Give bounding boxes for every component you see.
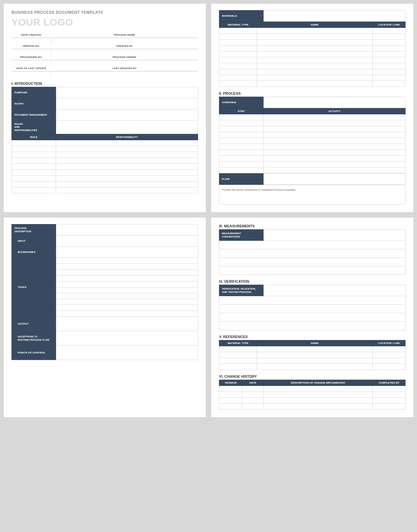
table-cell[interactable] — [373, 346, 406, 352]
cell-measurement[interactable] — [264, 230, 406, 241]
meta-value-cell[interactable] — [51, 60, 198, 66]
table-cell[interactable] — [373, 81, 406, 87]
cell-boundaries[interactable] — [56, 247, 198, 258]
table-cell[interactable] — [373, 352, 406, 358]
table-cell[interactable] — [257, 81, 373, 87]
table-cell[interactable] — [264, 114, 406, 120]
table-cell[interactable] — [264, 138, 406, 144]
table-cell[interactable] — [12, 164, 56, 170]
table-cell[interactable] — [242, 404, 264, 409]
table-cell[interactable] — [219, 126, 264, 132]
table-cell[interactable] — [219, 258, 406, 266]
table-cell[interactable] — [373, 364, 406, 370]
table-cell[interactable] — [373, 69, 406, 75]
table-cell[interactable] — [219, 364, 257, 370]
table-cell[interactable] — [257, 346, 373, 352]
table-cell[interactable] — [219, 398, 242, 404]
table-cell[interactable] — [219, 40, 257, 46]
table-cell[interactable] — [257, 28, 373, 34]
table-cell[interactable] — [219, 162, 264, 167]
table-cell[interactable] — [56, 152, 198, 158]
table-cell[interactable] — [56, 287, 198, 293]
table-cell[interactable] — [56, 146, 198, 152]
table-cell[interactable] — [219, 346, 257, 352]
table-cell[interactable] — [257, 352, 373, 358]
cell-flow[interactable] — [264, 174, 406, 185]
table-cell[interactable] — [219, 156, 264, 162]
table-cell[interactable] — [219, 81, 257, 87]
table-cell[interactable] — [219, 69, 257, 75]
table-cell[interactable] — [264, 162, 406, 167]
table-cell[interactable] — [257, 51, 373, 57]
table-cell[interactable] — [219, 241, 406, 249]
table-cell[interactable] — [264, 120, 406, 126]
table-cell[interactable] — [56, 311, 198, 317]
table-cell[interactable] — [56, 258, 198, 264]
table-cell[interactable] — [56, 305, 198, 311]
table-cell[interactable] — [56, 181, 198, 187]
table-cell[interactable] — [219, 114, 264, 120]
table-cell[interactable] — [257, 40, 373, 46]
table-cell[interactable] — [373, 46, 406, 51]
table-cell[interactable] — [264, 150, 406, 156]
table-cell[interactable] — [264, 132, 406, 138]
table-cell[interactable] — [56, 164, 198, 170]
table-cell[interactable] — [257, 46, 373, 51]
table-cell[interactable] — [56, 276, 198, 281]
table-cell[interactable] — [373, 63, 406, 69]
table-cell[interactable] — [219, 313, 406, 322]
table-cell[interactable] — [12, 187, 56, 193]
table-cell[interactable] — [56, 293, 198, 299]
table-cell[interactable] — [56, 270, 198, 276]
table-cell[interactable] — [373, 28, 406, 34]
table-cell[interactable] — [219, 28, 257, 34]
table-cell[interactable] — [264, 144, 406, 150]
table-cell[interactable] — [56, 158, 198, 164]
table-cell[interactable] — [219, 305, 406, 313]
cell-scope[interactable] — [56, 98, 198, 109]
table-cell[interactable] — [264, 404, 373, 409]
cell-verification[interactable] — [264, 285, 406, 296]
table-cell[interactable] — [56, 187, 198, 193]
table-cell[interactable] — [257, 34, 373, 40]
cell-roles[interactable] — [56, 121, 198, 134]
meta-value-cell[interactable] — [11, 38, 51, 44]
meta-value-cell[interactable] — [51, 49, 198, 55]
table-cell[interactable] — [373, 398, 406, 404]
cell-purpose[interactable] — [56, 87, 198, 98]
cell-output[interactable] — [56, 317, 198, 331]
cell-exceptions[interactable] — [56, 331, 198, 346]
table-cell[interactable] — [219, 386, 242, 392]
table-cell[interactable] — [219, 249, 406, 258]
table-cell[interactable] — [12, 158, 56, 164]
table-cell[interactable] — [257, 57, 373, 63]
table-cell[interactable] — [264, 156, 406, 162]
table-cell[interactable] — [219, 404, 242, 409]
table-cell[interactable] — [219, 120, 264, 126]
table-cell[interactable] — [219, 296, 406, 305]
cell-control[interactable] — [56, 346, 198, 360]
table-cell[interactable] — [264, 398, 373, 404]
table-cell[interactable] — [56, 170, 198, 176]
table-cell[interactable] — [257, 358, 373, 364]
table-cell[interactable] — [257, 69, 373, 75]
table-cell[interactable] — [219, 63, 257, 69]
cell-input[interactable] — [56, 236, 198, 247]
table-cell[interactable] — [219, 352, 257, 358]
table-cell[interactable] — [56, 299, 198, 305]
table-cell[interactable] — [219, 392, 242, 398]
table-cell[interactable] — [264, 392, 373, 398]
table-cell[interactable] — [373, 392, 406, 398]
table-cell[interactable] — [373, 57, 406, 63]
table-cell[interactable] — [242, 398, 264, 404]
meta-value-cell[interactable] — [11, 71, 51, 77]
table-cell[interactable] — [56, 264, 198, 270]
table-cell[interactable] — [12, 146, 56, 152]
table-cell[interactable] — [219, 51, 257, 57]
table-cell[interactable] — [219, 266, 406, 275]
table-cell[interactable] — [56, 176, 198, 181]
cell-doc-mgmt[interactable] — [56, 109, 198, 121]
table-cell[interactable] — [12, 170, 56, 176]
cell-materials[interactable] — [264, 10, 406, 22]
table-cell[interactable] — [264, 386, 373, 392]
